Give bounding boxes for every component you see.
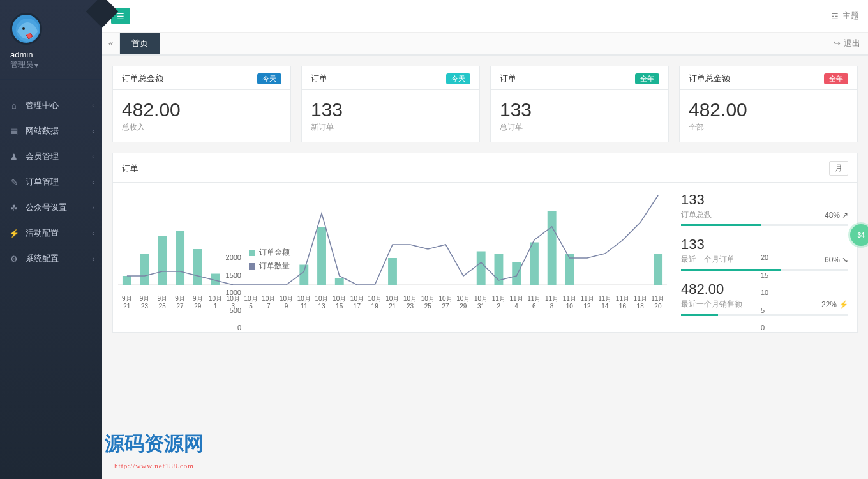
x-tick: 10月27 <box>437 293 454 310</box>
chart-legend: 订单金额 订单数量 <box>249 247 290 271</box>
svg-rect-7 <box>193 249 202 285</box>
chevron-left-icon: ‹ <box>92 127 94 135</box>
x-tick: 11月14 <box>596 293 614 310</box>
list-icon: ☲ <box>831 11 839 21</box>
stat-percent: 48% ↗ <box>825 209 848 220</box>
x-tick: 10月13 <box>313 293 331 310</box>
stat-label: 最近一个月销售额 <box>681 299 742 310</box>
side-stat-0: 133订单总数48% ↗ <box>681 192 848 226</box>
hamburger-icon: ☰ <box>117 11 124 21</box>
chevron-left-icon: ‹ <box>92 102 94 109</box>
stat-cards-row: 订单总金额今天482.00总收入订单今天133新订单订单全年133总订单订单总金… <box>112 66 858 142</box>
card-title: 订单 <box>311 73 327 84</box>
tab-home[interactable]: 首页 <box>120 33 160 54</box>
card-value: 482.00 <box>122 99 281 121</box>
watermark: 源码资源网 http://www.net188.com <box>105 433 204 476</box>
x-tick: 11月6 <box>525 293 543 310</box>
theme-label: 主题 <box>842 10 859 22</box>
sidebar-item-label: 管理中心 <box>26 100 59 111</box>
x-tick: 10月31 <box>472 293 490 310</box>
svg-rect-15 <box>512 262 521 285</box>
x-tick: 10月23 <box>401 293 419 310</box>
x-tick: 11月2 <box>490 293 507 310</box>
stat-label: 订单总数 <box>681 209 712 220</box>
svg-rect-10 <box>317 227 326 285</box>
stat-card-3: 订单总金额全年482.00全部 <box>679 66 858 142</box>
sidebar-item-4[interactable]: ☘公众号设置‹ <box>0 195 102 220</box>
sidebar-item-5[interactable]: ⚡活动配置‹ <box>0 220 102 246</box>
theme-switcher[interactable]: ☲ 主题 <box>831 10 859 22</box>
chevron-left-icon: ‹ <box>92 178 94 186</box>
gear-icon: ⚙ <box>9 254 19 264</box>
sidebar-item-label: 订单管理 <box>26 176 59 188</box>
chevron-left-icon: ‹ <box>92 255 94 262</box>
chart-icon: ▤ <box>9 126 19 136</box>
svg-rect-11 <box>335 278 344 285</box>
sidebar-item-0[interactable]: ⌂管理中心‹ <box>0 93 102 118</box>
card-value: 482.00 <box>689 99 848 121</box>
card-badge: 全年 <box>824 73 848 84</box>
sidebar-item-label: 会员管理 <box>26 151 59 162</box>
x-tick: 9月23 <box>136 293 154 310</box>
user-role-dropdown[interactable]: 管理员 ▾ <box>10 59 102 70</box>
stat-value: 133 <box>681 236 848 253</box>
logout-icon: ↪ <box>834 38 841 48</box>
sidebar-item-6[interactable]: ⚙系统配置‹ <box>0 246 102 271</box>
svg-rect-4 <box>140 254 149 285</box>
sidebar-item-2[interactable]: ♟会员管理‹ <box>0 144 102 169</box>
chevron-left-icon: « <box>108 38 113 48</box>
card-title: 订单总金额 <box>122 73 163 84</box>
x-tick: 10月15 <box>331 293 348 310</box>
trend-icon: ↗ <box>842 211 848 220</box>
x-tick: 10月29 <box>454 293 472 310</box>
edit-icon: ✎ <box>9 178 19 187</box>
tab-home-label: 首页 <box>131 38 148 49</box>
bolt-icon: ⚡ <box>9 229 19 238</box>
x-tick: 10月7 <box>260 293 278 310</box>
sidebar: admin 管理员 ▾ ⌂管理中心‹▤网站数据‹♟会员管理‹✎订单管理‹☘公众号… <box>0 0 102 479</box>
logout-button[interactable]: ↪ 退出 <box>826 33 868 54</box>
legend-swatch-bars <box>249 250 255 256</box>
svg-rect-3 <box>123 276 131 285</box>
x-tick: 10月11 <box>295 293 313 310</box>
card-subtitle: 全部 <box>689 122 848 133</box>
x-tick: 10月25 <box>419 293 437 310</box>
legend-swatch-line <box>249 263 255 270</box>
caret-down-icon: ▾ <box>34 61 38 70</box>
svg-rect-5 <box>158 236 167 285</box>
sidebar-item-3[interactable]: ✎订单管理‹ <box>0 169 102 195</box>
svg-rect-13 <box>477 252 486 285</box>
topbar: ☰ ☲ 主题 <box>102 0 868 33</box>
chevron-left-icon: ‹ <box>92 229 94 237</box>
dashboard-icon: ⌂ <box>9 101 19 110</box>
chevron-left-icon: ‹ <box>92 204 94 211</box>
card-title: 订单总金额 <box>689 73 730 84</box>
card-value: 133 <box>500 99 659 121</box>
x-tick: 10月5 <box>242 293 260 310</box>
floating-badge[interactable]: 34 <box>850 224 868 246</box>
x-tick: 11月10 <box>560 293 578 310</box>
svg-rect-12 <box>388 258 397 285</box>
stat-value: 133 <box>681 192 848 208</box>
period-selector[interactable]: 月 <box>829 161 848 176</box>
stat-card-2: 订单全年133总订单 <box>490 66 669 142</box>
avatar <box>10 13 42 45</box>
svg-rect-9 <box>299 265 308 285</box>
sidebar-item-1[interactable]: ▤网站数据‹ <box>0 118 102 144</box>
stat-percent: 22% ⚡ <box>821 299 848 310</box>
x-tick: 9月27 <box>171 293 189 310</box>
legend-line: 订单数量 <box>259 261 290 271</box>
trend-icon: ↘ <box>842 255 848 264</box>
tab-prev-button[interactable]: « <box>102 33 120 54</box>
card-subtitle: 新订单 <box>311 122 470 133</box>
svg-rect-17 <box>548 211 557 285</box>
card-title: 订单 <box>500 73 516 84</box>
x-tick: 11月4 <box>507 293 525 310</box>
x-tick: 11月18 <box>631 293 649 310</box>
stat-bar <box>681 224 848 226</box>
y-axis-left: 2000150010005000 <box>222 254 241 331</box>
x-tick: 10月9 <box>278 293 296 310</box>
stat-card-0: 订单总金额今天482.00总收入 <box>112 66 291 142</box>
x-tick: 11月8 <box>543 293 561 310</box>
x-tick: 11月16 <box>614 293 632 310</box>
